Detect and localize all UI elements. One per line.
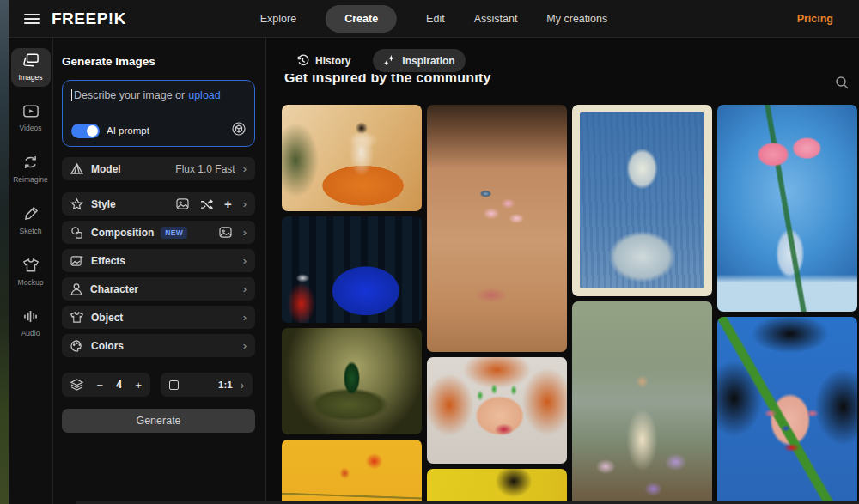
option-character[interactable]: Character › <box>62 277 255 301</box>
rail-item-label: Reimagine <box>13 175 48 184</box>
text-caret <box>71 89 72 101</box>
effects-icon <box>70 255 83 266</box>
ai-prompt-label: AI prompt <box>107 125 149 136</box>
new-badge: NEW <box>161 227 187 239</box>
grid-column-4 <box>717 105 857 501</box>
panel-title: Generate Images <box>62 55 255 68</box>
freepik-logo: FREEP!K <box>52 9 126 28</box>
image-count-stepper: − 4 + <box>62 373 150 397</box>
chevron-right-icon: › <box>243 312 247 323</box>
composition-gallery-icon <box>219 227 232 238</box>
gallery-image[interactable] <box>572 105 712 296</box>
mockup-icon <box>23 258 39 276</box>
prompt-placeholder: Describe your image or upload <box>71 89 246 101</box>
top-navbar: FREEP!K Explore Create Edit Assistant My… <box>9 0 859 38</box>
rail-item-label: Images <box>19 73 43 82</box>
aspect-ratio-selector[interactable]: 1:1 › <box>161 373 253 397</box>
section-heading-wrap: Get inspired by the community <box>284 74 491 93</box>
gallery-image[interactable] <box>282 216 422 323</box>
freepik-app: FREEP!K Explore Create Edit Assistant My… <box>0 0 859 504</box>
option-style[interactable]: Style + › <box>62 192 255 216</box>
nav-item-create[interactable]: Create <box>326 5 397 33</box>
option-object[interactable]: Object › <box>62 306 255 329</box>
rail-item-sketch[interactable]: Sketch <box>11 202 51 240</box>
chevron-right-icon: › <box>243 255 247 266</box>
gallery-image[interactable] <box>282 440 422 501</box>
count-increase-button[interactable]: + <box>135 380 142 391</box>
options-group: Style + › Composition NEW › Eff <box>62 192 255 357</box>
nav-item-assistant[interactable]: Assistant <box>474 13 518 25</box>
gallery-image[interactable] <box>717 105 857 312</box>
layers-icon <box>70 379 83 391</box>
gallery-image[interactable] <box>427 469 567 501</box>
grid-column-1 <box>282 105 422 501</box>
tool-rail: Images Videos Reimagine Sketch Mockup Au… <box>9 38 53 504</box>
nav-item-explore[interactable]: Explore <box>260 13 296 25</box>
main-content: History Inspiration Get inspired by the … <box>267 38 859 504</box>
count-decrease-button[interactable]: − <box>96 380 103 391</box>
grid-column-3 <box>572 105 712 501</box>
model-selector[interactable]: Model Flux 1.0 Fast › <box>62 157 255 180</box>
community-heading: Get inspired by the community <box>284 74 491 86</box>
gallery-image[interactable] <box>427 357 567 464</box>
tab-history[interactable]: History <box>286 49 361 72</box>
chevron-right-icon: › <box>243 340 247 351</box>
model-value: Flux 1.0 Fast <box>175 163 235 175</box>
style-add-icon[interactable]: + <box>224 197 232 210</box>
rail-item-mockup[interactable]: Mockup <box>11 253 51 292</box>
tab-inspiration[interactable]: Inspiration <box>373 49 465 72</box>
count-value: 4 <box>116 379 122 391</box>
videos-icon <box>23 105 39 121</box>
chevron-right-icon: › <box>243 283 247 295</box>
prompt-input[interactable]: Describe your image or upload AI prompt <box>62 80 255 147</box>
upload-link[interactable]: upload <box>188 89 221 101</box>
composition-shapes-icon <box>70 227 83 239</box>
nav-item-edit[interactable]: Edit <box>426 13 445 25</box>
style-shuffle-icon <box>200 199 213 209</box>
rail-item-reimagine[interactable]: Reimagine <box>11 150 51 189</box>
colors-palette-icon <box>70 340 83 352</box>
primary-nav: Explore Create Edit Assistant My creatio… <box>260 5 607 33</box>
gallery-image[interactable] <box>572 301 712 501</box>
sketch-icon <box>24 207 38 224</box>
rail-item-label: Mockup <box>18 278 44 287</box>
chevron-right-icon: › <box>243 227 247 238</box>
gallery-image[interactable] <box>282 328 422 434</box>
generation-controls: − 4 + 1:1 › <box>62 373 255 397</box>
rail-item-images[interactable]: Images <box>11 48 51 87</box>
cube-icon[interactable] <box>232 122 246 139</box>
pricing-link[interactable]: Pricing <box>797 13 833 25</box>
generate-button[interactable]: Generate <box>62 409 255 433</box>
rail-item-label: Sketch <box>20 227 42 235</box>
option-colors[interactable]: Colors › <box>62 334 255 357</box>
character-person-icon <box>70 283 82 295</box>
desktop-background-sliver <box>0 0 9 504</box>
rail-item-label: Audio <box>21 329 40 337</box>
square-ratio-icon <box>169 380 179 390</box>
ratio-value: 1:1 <box>218 380 233 390</box>
reimagine-icon <box>23 155 38 173</box>
inspiration-grid <box>282 105 859 501</box>
style-gallery-icon <box>176 198 189 209</box>
search-icon[interactable] <box>835 76 849 93</box>
ai-prompt-toggle[interactable] <box>71 124 100 138</box>
rail-item-label: Videos <box>20 124 42 132</box>
grid-column-2 <box>427 105 567 501</box>
rail-item-videos[interactable]: Videos <box>11 100 51 137</box>
view-tabs: History Inspiration <box>286 49 466 72</box>
option-composition[interactable]: Composition NEW › <box>62 221 255 244</box>
chevron-right-icon: › <box>243 198 247 209</box>
audio-icon <box>23 310 38 326</box>
sparkles-icon <box>383 54 396 67</box>
gallery-image[interactable] <box>282 105 422 211</box>
gallery-image[interactable] <box>427 105 567 352</box>
option-effects[interactable]: Effects › <box>62 249 255 272</box>
model-icon <box>70 163 83 174</box>
hamburger-menu-icon[interactable] <box>24 14 40 24</box>
chevron-right-icon: › <box>241 380 244 391</box>
style-star-icon <box>70 198 83 210</box>
nav-item-my-creations[interactable]: My creations <box>546 13 607 25</box>
model-label: Model <box>91 163 121 175</box>
gallery-image[interactable] <box>717 317 857 501</box>
rail-item-audio[interactable]: Audio <box>11 305 51 343</box>
